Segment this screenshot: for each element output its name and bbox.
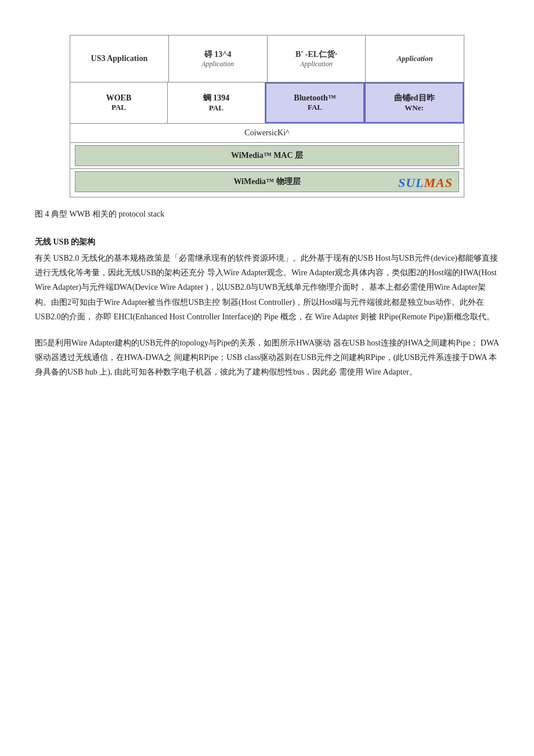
caption-text: 图 4 典型 WWB 相关的 protocol stack — [35, 210, 164, 218]
1394-pal-top: 蜩 1394 — [203, 93, 230, 103]
protocol-stack-diagram: US3 Application 碍 13^4 Application B' -E… — [70, 35, 464, 197]
paragraph-2: 图5是利用Wire Adapter建构的USB元件的topology与Pipe的… — [35, 336, 499, 380]
phy-layer-box: WiMedia™ 物理层 SULMAS — [75, 171, 459, 192]
usb3-app-label: US3 Application — [91, 54, 148, 63]
1394-pal-bot: PAL — [209, 103, 223, 113]
pal-cell-1394: 蜩 1394 PAL — [168, 82, 265, 123]
woeb-pal-bot: PAL — [111, 103, 126, 112]
section-title: 无线 USB 的架构 — [35, 237, 499, 247]
app-cell-other: Application — [366, 35, 464, 82]
1394-app-sub: Application — [201, 60, 234, 69]
phy-layer-label: WiMedia™ 物理层 — [233, 177, 300, 186]
sulmas-mas: MAS — [424, 175, 453, 190]
convergence-layer: CoiwersicKi^ — [70, 124, 464, 143]
bt-app-sub: Application — [295, 60, 337, 69]
mac-layer-row: WiMedia™ MAC 层 — [70, 143, 464, 169]
diagram-caption: 图 4 典型 WWB 相关的 protocol stack — [35, 209, 499, 219]
mac-layer-label: WiMedia™ MAC 层 — [231, 151, 303, 160]
wne-pal-bot: WNe: — [405, 103, 424, 113]
woeb-pal-top: WOEB — [106, 93, 132, 103]
pal-cell-bluetooth: Bluetooth™ FAL — [265, 82, 365, 123]
sulmas-sul: SUL — [398, 175, 424, 190]
mac-layer-box: WiMedia™ MAC 层 — [75, 145, 459, 166]
row-applications: US3 Application 碍 13^4 Application B' -E… — [70, 35, 464, 82]
pal-cell-wne: 曲铺ed目昨 WNe: — [365, 82, 464, 123]
other-app-label: Application — [397, 54, 433, 63]
pal-cell-woeb: WOEB PAL — [70, 82, 168, 123]
phy-layer-row: WiMedia™ 物理层 SULMAS — [70, 169, 464, 197]
convergence-label: CoiwersicKi^ — [244, 128, 289, 137]
app-cell-1394: 碍 13^4 Application — [169, 35, 268, 82]
bt-pal-top: Bluetooth™ — [294, 93, 335, 103]
bt-pal-bot: FAL — [308, 103, 322, 112]
sulmas-logo: SULMAS — [398, 175, 453, 190]
row-pal: WOEB PAL 蜩 1394 PAL Bluetooth™ FAL 曲铺ed目… — [70, 82, 464, 124]
1394-app-top: 碍 13^4 — [201, 49, 234, 60]
bt-app-top: B' -EL仁货· — [295, 49, 337, 60]
paragraph-1: 有关 USB2.0 无线化的基本规格政策是「必需继承现有的软件资源环境」。此外基… — [35, 251, 499, 324]
app-cell-bt: B' -EL仁货· Application — [268, 35, 366, 82]
wne-pal-top: 曲铺ed目昨 — [394, 93, 435, 103]
app-cell-usb3: US3 Application — [70, 35, 169, 82]
